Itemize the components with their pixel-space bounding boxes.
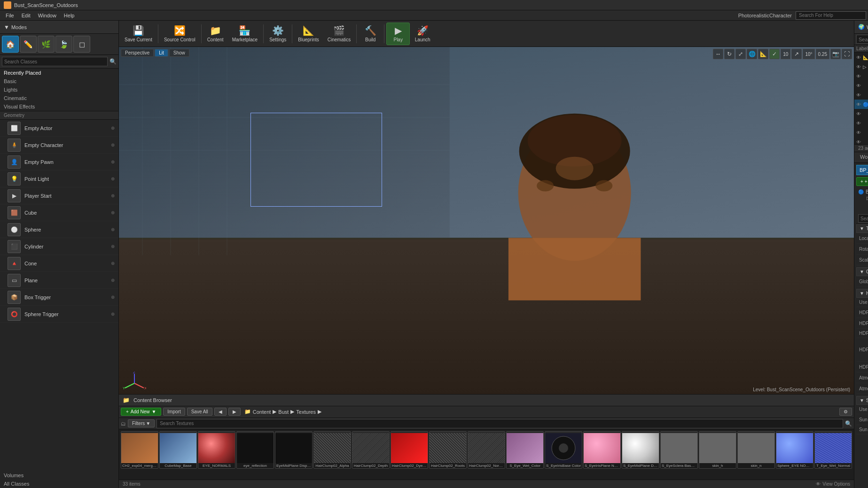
asset-thumb-hairclump-dyemask[interactable]: HairClump02_DyeMask: [391, 431, 428, 469]
placement-item-empty-pawn[interactable]: 👤 Empty Pawn ⊕: [0, 154, 118, 170]
viewport[interactable]: Perspective Lit Show ↔ ↻ ⤢ 🌐 📐 ✓ 10 ↗ 10…: [119, 47, 854, 394]
save-all-btn[interactable]: Save All: [187, 408, 212, 416]
breadcrumb-content[interactable]: Content: [253, 409, 271, 415]
placement-item-box-trigger[interactable]: 📦 Box Trigger ⊕: [0, 289, 118, 306]
source-control-btn[interactable]: 🔀 Source Control: [160, 23, 199, 45]
nav-back-btn[interactable]: ◀: [214, 408, 227, 416]
menu-edit[interactable]: Edit: [18, 12, 34, 19]
save-current-btn[interactable]: 💾 Save Current: [121, 23, 156, 45]
settings-btn[interactable]: ⚙️ Settings: [266, 23, 290, 45]
outliner-row-eyeadaption[interactable]: 👁 📷 EyeAdaptionPost PostPro: [854, 128, 868, 137]
placement-item-player-start[interactable]: ▶ Player Start ⊕: [0, 187, 118, 204]
help-search[interactable]: [796, 11, 866, 20]
asset-thumb-eyeirisbase[interactable]: S_EyeIrisBase Color: [545, 431, 582, 469]
breadcrumb-bust[interactable]: Bust: [278, 409, 289, 415]
asset-thumb-eye-wet-color[interactable]: S_Eye_Wet_Color: [506, 431, 544, 469]
asset-thumb-eye-normals[interactable]: EYE_NORMALS: [198, 431, 235, 469]
placement-item-plane[interactable]: ▭ Plane ⊕: [0, 272, 118, 289]
category-lights[interactable]: Lights: [0, 85, 118, 94]
asset-thumb-hairclump-roots[interactable]: HairClump02_Roots: [429, 431, 467, 469]
sun-header[interactable]: ▼ Sun: [856, 396, 868, 405]
outliner-row-cinecam1b[interactable]: 👁 🎥 CineCameraActor1B CineCam: [854, 118, 868, 128]
foliage-mode-btn[interactable]: 🍃: [55, 36, 72, 53]
asset-thumb-eyemidplane[interactable]: EyeMidPlane Displacement-Example: [275, 431, 313, 469]
view-options-label[interactable]: View Options: [822, 481, 850, 487]
cinematics-btn[interactable]: 🎬 Cinematics: [324, 23, 354, 45]
global-header[interactable]: ▼ Global: [856, 267, 868, 276]
translate-btn[interactable]: ↔: [713, 49, 723, 59]
asset-thumb-hairclump-alpha[interactable]: HairClump02_Alpha: [313, 431, 351, 469]
details-search-input[interactable]: [858, 214, 868, 223]
placement-item-empty-actor[interactable]: ⬜ Empty Actor ⊕: [0, 120, 118, 137]
search-classes-input[interactable]: [2, 57, 108, 66]
asset-thumb-eyeirisplane[interactable]: S_EyeIrisPlane Normals: [583, 431, 621, 469]
placement-item-point-light[interactable]: 💡 Point Light ⊕: [0, 170, 118, 187]
world-settings-tab[interactable]: World Settings: [854, 152, 868, 163]
angle-snap-btn[interactable]: ↗: [791, 49, 802, 59]
placement-item-empty-character[interactable]: 🧍 Empty Character ⊕: [0, 137, 118, 154]
asset-thumb-eye-reflection[interactable]: eye_reflection: [236, 431, 274, 469]
build-btn[interactable]: 🔨 Build: [359, 23, 382, 45]
import-btn[interactable]: Import: [163, 408, 185, 416]
breadcrumb-textures[interactable]: Textures: [296, 409, 316, 415]
filters-btn[interactable]: Filters ▼: [128, 419, 155, 427]
placement-item-sphere[interactable]: ⚪ Sphere ⊕: [0, 221, 118, 238]
placement-item-cylinder[interactable]: ⬛ Cylinder ⊕: [0, 238, 118, 255]
add-new-btn[interactable]: + Add New ▼: [121, 408, 161, 416]
outliner-row-bp-lightstage[interactable]: 👁 🔵 BP_LightStage Edit BP: [854, 100, 868, 109]
nav-forward-btn[interactable]: ▶: [228, 408, 241, 416]
hdri-header[interactable]: ▼ HDRI: [856, 289, 868, 298]
tree-scene1[interactable]: ▷ Scene1 (Inherited): [856, 195, 868, 201]
tree-previs[interactable]: PrevisArrow (Inherited): [856, 201, 868, 207]
category-recently-placed[interactable]: Recently Placed: [0, 69, 118, 77]
menu-help[interactable]: Help: [60, 12, 78, 19]
category-cinematic[interactable]: Cinematic: [0, 94, 118, 102]
asset-thumb-hairclump-depth[interactable]: HairClump02_Depth: [352, 431, 390, 469]
maximize-btn[interactable]: ⛶: [842, 49, 852, 59]
menu-window[interactable]: Window: [34, 12, 60, 19]
add-component-btn[interactable]: + + Add Component ▼: [856, 177, 868, 186]
outliner-row-lightmass[interactable]: 👁 💡 LightmassCharacterIndirectDetailVol……: [854, 137, 868, 144]
outliner-row-cinecam1[interactable]: 👁 🎥 CineCameraActor1 CineCam: [854, 90, 868, 100]
category-visual-effects[interactable]: Visual Effects: [0, 102, 118, 111]
category-all-classes[interactable]: All Classes: [0, 480, 118, 488]
transform-header[interactable]: ▼ Transform: [856, 224, 868, 233]
paint-mode-btn[interactable]: ✏️: [20, 36, 37, 53]
cb-search-input[interactable]: [156, 419, 843, 428]
play-btn[interactable]: ▶ Play: [386, 23, 410, 45]
tree-globex[interactable]: Globex (Inherited): [856, 207, 868, 213]
outliner-row-camerrig[interactable]: 👁 🎞 CameraRig_Rail5: [854, 109, 868, 118]
outliner-search-input[interactable]: [856, 35, 868, 44]
placement-mode-btn[interactable]: 🏠: [2, 36, 19, 53]
asset-thumb-skin-h[interactable]: skin_h: [699, 431, 736, 469]
marketplace-btn[interactable]: 🏪 Marketplace: [228, 23, 261, 45]
cb-settings-btn[interactable]: ⚙: [839, 408, 852, 416]
landscape-mode-btn[interactable]: 🌿: [38, 36, 55, 53]
asset-thumb-cubemap[interactable]: CubeMap_Base: [159, 431, 197, 469]
angle-size[interactable]: 10°: [803, 49, 814, 59]
launch-btn[interactable]: 🚀 Launch: [411, 23, 434, 45]
scale-size[interactable]: 0.25: [816, 49, 829, 59]
menu-file[interactable]: File: [2, 12, 18, 19]
placement-item-cube[interactable]: 🟫 Cube ⊕: [0, 204, 118, 221]
outliner-row-actor[interactable]: 👁 ▷ Actor Actor: [854, 62, 868, 71]
perspective-dropdown[interactable]: Perspective: [121, 49, 154, 57]
blueprints-btn[interactable]: 📐 Blueprints: [294, 23, 322, 45]
world-local-btn[interactable]: 🌐: [747, 49, 757, 59]
outliner-row-sphere4[interactable]: 👁 📐 Sphere4 StaticMe: [854, 53, 868, 62]
asset-thumb-eye-wet-normal[interactable]: T_Eye_Wet_Normal: [814, 431, 852, 469]
asset-thumb-sphere-eye[interactable]: Sphere_EYE NORMALS: [776, 431, 813, 469]
tree-self[interactable]: 🔵 BP_LightStage(self): [856, 189, 868, 195]
placement-item-cone[interactable]: 🔺 Cone ⊕: [0, 255, 118, 272]
asset-thumb-eyesclera[interactable]: S_EyeSclera BaseColor: [660, 431, 698, 469]
category-volumes[interactable]: Volumes: [0, 471, 118, 480]
surface-snapping-btn[interactable]: 📐: [758, 49, 768, 59]
scale-btn[interactable]: ⤢: [735, 49, 746, 59]
grid-snap-btn[interactable]: ✓: [769, 49, 780, 59]
grid-size[interactable]: 10: [781, 49, 790, 59]
asset-thumb-hairclump-normal[interactable]: HairClump02_Normal: [468, 431, 505, 469]
component-name-input[interactable]: [856, 165, 868, 175]
asset-thumb-eyemidplane-displacement[interactable]: S_EyeMidPlane Displacement: [622, 431, 659, 469]
asset-thumb-skin-n[interactable]: skin_n: [737, 431, 775, 469]
asset-thumb-ch2[interactable]: CH2_exp04_merged_spec_F_FINAL: [121, 431, 158, 469]
